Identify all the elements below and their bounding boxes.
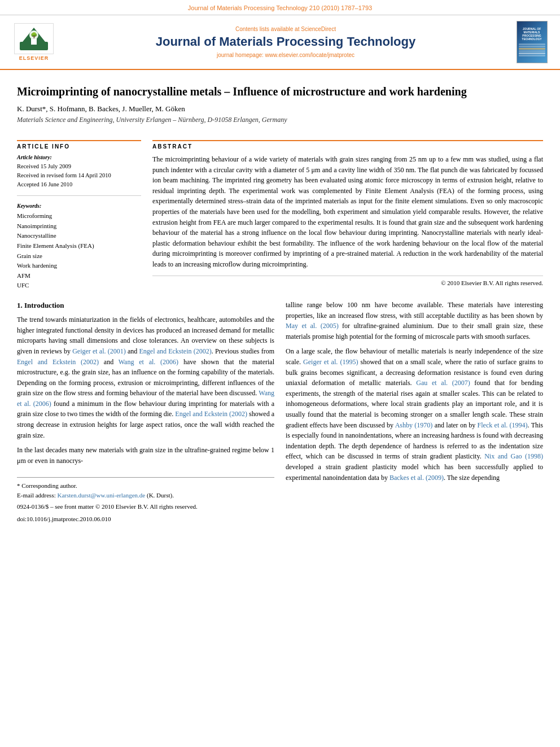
ref-geiger-1995[interactable]: Geiger et al. (1995) [303, 358, 358, 366]
elsevier-wordmark: ELSEVIER [19, 55, 49, 61]
ref-ashby-1970[interactable]: Ashby (1970) [395, 421, 433, 429]
right-intro-paragraph-2: On a large scale, the flow behaviour of … [286, 346, 543, 483]
received-date: Received 15 July 2009 [17, 162, 141, 171]
footnote-corresponding: * Corresponding author. [17, 481, 274, 491]
keywords-label: Keywords: [17, 203, 141, 209]
cover-thumbnail: JOURNAL OF MATERIALS PROCESSING TECHNOLO… [517, 21, 548, 63]
ref-wang-2006-1[interactable]: Wang et al. (2006) [119, 358, 178, 366]
svg-text:🌳: 🌳 [30, 32, 38, 39]
journal-header: 🌳 ELSEVIER Contents lists available at S… [0, 15, 560, 70]
journal-homepage: journal homepage: www.elsevier.com/locat… [62, 52, 509, 58]
right-intro-paragraph-1: talline range below 100 nm have become a… [286, 300, 543, 342]
keyword-afm: AFM [17, 271, 141, 281]
article-affiliation: Materials Science and Engineering, Unive… [17, 116, 543, 124]
keyword-nanoimprinting: Nanoimprinting [17, 221, 141, 231]
doi-line: doi:10.1016/j.jmatprotec.2010.06.010 [17, 514, 274, 524]
journal-reference-bar: Journal of Materials Processing Technolo… [0, 0, 560, 15]
abstract-label: ABSTRACT [152, 140, 543, 150]
ref-engel-eckstein-2002-2[interactable]: Engel and Eckstein (2002) [17, 358, 99, 366]
copyright-line: © 2010 Elsevier B.V. All rights reserved… [152, 276, 543, 286]
article-info-abstract-section: ARTICLE INFO Article history: Received 1… [17, 140, 543, 291]
keyword-fea: Finite Element Analysis (FEA) [17, 241, 141, 251]
ref-fleck-1994[interactable]: Fleck et al. (1994) [478, 421, 528, 429]
issn-line: 0924-0136/$ – see front matter © 2010 El… [17, 502, 274, 512]
article-title-section: Microimprinting of nanocrystalline metal… [17, 76, 543, 134]
article-info-label: ARTICLE INFO [17, 140, 141, 150]
info-divider [17, 195, 141, 196]
article-authors: K. Durst*, S. Hofmann, B. Backes, J. Mue… [17, 104, 543, 113]
accepted-date: Accepted 16 June 2010 [17, 180, 141, 189]
left-article-column: 1. Introduction The trend towards miniat… [17, 300, 274, 524]
received-revised-date: Received in revised form 14 April 2010 [17, 171, 141, 180]
cover-title-text: JOURNAL OF MATERIALS PROCESSING TECHNOLO… [519, 27, 545, 41]
elsevier-logo-image: 🌳 [14, 23, 54, 54]
keyword-nanocrystalline: Nanocrystalline [17, 231, 141, 241]
journal-header-center: Contents lists available at ScienceDirec… [56, 26, 515, 58]
ref-backes-2009[interactable]: Backes et al. (2009) [390, 474, 444, 482]
article-info-column: ARTICLE INFO Article history: Received 1… [17, 140, 141, 291]
article-history-label: Article history: [17, 154, 141, 160]
ref-gau-2007[interactable]: Gau et al. (2007) [416, 379, 470, 387]
ref-nix-gao-1998[interactable]: Nix and Gao (1998) [484, 452, 543, 460]
article-title: Microimprinting of nanocrystalline metal… [17, 84, 543, 99]
article-body: Microimprinting of nanocrystalline metal… [0, 70, 560, 535]
elsevier-logo: 🌳 ELSEVIER [11, 23, 56, 61]
ref-engel-eckstein-2002-3[interactable]: Engel and Eckstein (2002) [175, 410, 247, 418]
footnote-email-label: E-mail address: [17, 492, 56, 499]
journal-title: Journal of Materials Processing Technolo… [62, 34, 509, 49]
science-direct-link[interactable]: ScienceDirect [301, 26, 336, 32]
abstract-text: The microimprinting behaviour of a wide … [152, 154, 543, 270]
keyword-grain-size: Grain size [17, 251, 141, 261]
ref-may-2005[interactable]: May et al. (2005) [286, 322, 339, 330]
footnote-email-link[interactable]: Karsten.durst@ww.uni-erlangen.de [57, 492, 145, 499]
keyword-ufc: UFC [17, 281, 141, 291]
science-direct-line: Contents lists available at ScienceDirec… [62, 26, 509, 32]
abstract-column: ABSTRACT The microimprinting behaviour o… [152, 140, 543, 291]
right-article-column: talline range below 100 nm have become a… [286, 300, 543, 524]
ref-engel-eckstein-2002-1[interactable]: Engel and Eckstein (2002) [139, 347, 211, 355]
intro-heading: 1. Introduction [17, 300, 274, 311]
footnote-email-line: E-mail address: Karsten.durst@ww.uni-erl… [17, 491, 274, 500]
keyword-work-hardening: Work hardening [17, 261, 141, 271]
footnote-area: * Corresponding author. E-mail address: … [17, 477, 274, 500]
intro-paragraph-1: The trend towards miniaturization in the… [17, 314, 274, 440]
homepage-url[interactable]: www.elsevier.com/locate/jmatprotec [265, 52, 355, 58]
intro-paragraph-2: In the last decades many new materials w… [17, 445, 274, 466]
ref-wang-2006-2[interactable]: Wang et al. (2006) [17, 389, 274, 408]
keyword-microforming: Microforming [17, 211, 141, 221]
ref-geiger-2001[interactable]: Geiger et al. (2001) [72, 347, 126, 355]
main-article-columns: 1. Introduction The trend towards miniat… [17, 300, 543, 524]
journal-ref-link[interactable]: Journal of Materials Processing Technolo… [188, 5, 372, 11]
keywords-block: Keywords: Microforming Nanoimprinting Na… [17, 203, 141, 291]
article-history-block: Article history: Received 15 July 2009 R… [17, 154, 141, 189]
footnote-person: (K. Durst). [147, 492, 174, 499]
journal-cover-image: JOURNAL OF MATERIALS PROCESSING TECHNOLO… [515, 21, 549, 63]
